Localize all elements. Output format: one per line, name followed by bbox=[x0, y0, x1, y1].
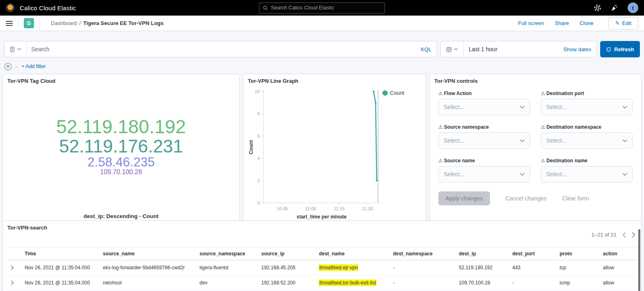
vertical-scrollbar[interactable] bbox=[638, 229, 640, 291]
saved-query-menu-button[interactable] bbox=[5, 41, 27, 57]
add-filter-button[interactable]: + Add filter bbox=[21, 64, 45, 69]
source-name-select[interactable]: Select... bbox=[438, 166, 530, 182]
table-cell: threatfeed.tor-bulk-exit-list bbox=[315, 275, 390, 291]
chevron-down-icon bbox=[622, 106, 627, 109]
global-search[interactable] bbox=[259, 2, 385, 14]
svg-text:0: 0 bbox=[257, 200, 260, 205]
chevron-down-icon bbox=[520, 173, 525, 176]
warning-icon: ⚠ bbox=[541, 158, 545, 164]
column-header[interactable]: source_ip bbox=[258, 248, 316, 260]
expand-row-icon[interactable] bbox=[11, 265, 14, 270]
show-dates-button[interactable]: Show dates bbox=[563, 46, 596, 52]
kql-language-button[interactable]: KQL bbox=[415, 46, 437, 52]
svg-text:11:00: 11:00 bbox=[305, 206, 316, 211]
warning-icon: ⚠ bbox=[541, 124, 545, 130]
table-row[interactable]: Nov 26, 2021 @ 11:35:04.000eks-log-forwa… bbox=[7, 260, 637, 275]
tag-cloud-panel: Tor-VPN Tag Cloud 52.119.180.19252.119.1… bbox=[2, 74, 240, 224]
chevron-down-icon bbox=[520, 106, 525, 109]
line-graph-panel: Tor-VPN Line Graph 024681010:4511:0011:1… bbox=[243, 74, 426, 224]
destination-name-select[interactable]: Select... bbox=[541, 166, 633, 182]
full-screen-link[interactable]: Full screen bbox=[518, 20, 544, 26]
clear-form-button[interactable]: Clear form bbox=[562, 195, 589, 202]
chevron-down-icon bbox=[622, 173, 627, 176]
chevron-down-icon bbox=[520, 139, 525, 142]
clone-link[interactable]: Clone bbox=[580, 20, 594, 26]
filter-icon[interactable] bbox=[4, 63, 12, 70]
control-field-source-name: ⚠ Source name Select... bbox=[438, 158, 530, 182]
share-link[interactable]: Share bbox=[555, 20, 569, 26]
global-search-input[interactable] bbox=[271, 5, 381, 11]
column-header[interactable]: Time bbox=[21, 248, 100, 260]
flow-action-select[interactable]: Select... bbox=[438, 99, 530, 115]
column-header[interactable]: dest_ip bbox=[456, 248, 509, 260]
apply-changes-button[interactable]: Apply changes bbox=[438, 191, 490, 205]
help-icon[interactable] bbox=[594, 5, 601, 11]
date-quick-menu-button[interactable] bbox=[441, 41, 464, 57]
field-label: ⚠ Flow Action bbox=[438, 91, 530, 96]
breadcrumb: Dashboard / Tigera Secure EE Tor-VPN Log… bbox=[51, 20, 163, 26]
panel-title: Tor-VPN Line Graph bbox=[248, 78, 421, 84]
user-avatar[interactable]: t bbox=[628, 2, 638, 13]
time-range-value[interactable]: Last 1 hour bbox=[464, 46, 497, 52]
query-input[interactable] bbox=[27, 46, 415, 52]
tag-cloud-term[interactable]: 52.119.180.192 bbox=[56, 117, 186, 137]
tag-cloud-term[interactable]: 109.70.100.28 bbox=[100, 169, 142, 176]
query-bar: KQL Last 1 hour Show dates Refresh bbox=[4, 41, 640, 57]
chevron-down-icon bbox=[454, 48, 458, 50]
refresh-button[interactable]: Refresh bbox=[600, 41, 640, 57]
row-expander[interactable] bbox=[7, 260, 21, 275]
svg-text:10: 10 bbox=[255, 89, 260, 94]
search-table-panel: Tor-VPN-search 1–21 of 21 Timesource_nam… bbox=[2, 221, 642, 291]
column-header[interactable]: proto bbox=[556, 248, 599, 260]
svg-text:2: 2 bbox=[257, 178, 260, 183]
nav-bar: D Dashboard / Tigera Secure EE Tor-VPN L… bbox=[0, 16, 644, 31]
next-page-icon[interactable] bbox=[632, 232, 635, 238]
dashboard-badge[interactable]: D bbox=[24, 18, 34, 28]
edit-button[interactable]: ✎ Edit bbox=[608, 17, 638, 30]
column-header[interactable]: dest_port bbox=[509, 248, 557, 260]
previous-page-icon[interactable] bbox=[622, 232, 626, 238]
newsfeed-icon[interactable] bbox=[611, 5, 618, 11]
destination-namespace-select[interactable]: Select... bbox=[541, 132, 633, 149]
source-namespace-select[interactable]: Select... bbox=[438, 132, 530, 149]
svg-text:11:15: 11:15 bbox=[333, 206, 345, 211]
breadcrumb-dashboard[interactable]: Dashboard bbox=[51, 20, 77, 26]
tag-cloud-term[interactable]: 2.58.46.235 bbox=[88, 156, 155, 169]
expand-row-icon[interactable] bbox=[11, 280, 14, 285]
table-cell: dev bbox=[196, 275, 258, 291]
page-title: Tigera Secure EE Tor-VPN Logs bbox=[83, 20, 163, 26]
table-cell: 443 bbox=[509, 260, 557, 275]
tag-cloud-term[interactable]: 52.119.176.231 bbox=[59, 137, 183, 156]
menu-icon[interactable] bbox=[6, 21, 13, 26]
pagination: 1–21 of 21 bbox=[592, 232, 635, 238]
row-expander[interactable] bbox=[7, 275, 21, 291]
line-chart: 024681010:4511:0011:1511:30CountCountsta… bbox=[248, 85, 427, 220]
control-field-destination-name: ⚠ Destination name Select... bbox=[541, 158, 633, 182]
table-cell: netshoot bbox=[100, 275, 196, 291]
svg-text:11:30: 11:30 bbox=[362, 206, 373, 211]
legend-label[interactable]: Count bbox=[390, 90, 404, 96]
column-header[interactable]: source_name bbox=[100, 248, 196, 260]
column-header[interactable]: source_namespace bbox=[196, 248, 258, 260]
control-field-source-namespace: ⚠ Source namespace Select... bbox=[438, 124, 530, 149]
svg-text:8: 8 bbox=[257, 111, 260, 116]
panel-title: Tor-VPN-search bbox=[7, 225, 637, 231]
column-header[interactable]: dest_name bbox=[315, 248, 390, 260]
destination-port-select[interactable]: Select... bbox=[541, 99, 633, 115]
table-cell: Nov 26, 2021 @ 11:35:04.000 bbox=[21, 260, 100, 275]
warning-icon: ⚠ bbox=[541, 91, 545, 96]
svg-text:4: 4 bbox=[257, 156, 260, 161]
table-cell: 192.168.52.200 bbox=[258, 275, 316, 291]
search-table: Timesource_namesource_namespacesource_ip… bbox=[7, 247, 637, 291]
table-cell: icmp bbox=[556, 275, 599, 291]
table-cell: - bbox=[390, 275, 456, 291]
column-header[interactable]: dest_namespace bbox=[390, 248, 456, 260]
table-cell: allow bbox=[599, 260, 637, 275]
column-header[interactable]: action bbox=[599, 248, 637, 260]
divider bbox=[39, 16, 40, 31]
divider bbox=[18, 16, 18, 31]
calendar-icon bbox=[446, 46, 452, 52]
table-row[interactable]: Nov 26, 2021 @ 11:35:04.000netshootdev19… bbox=[7, 275, 637, 291]
panel-title: Tor-VPN controls bbox=[434, 78, 637, 84]
cancel-changes-button[interactable]: Cancel changes bbox=[506, 195, 546, 202]
